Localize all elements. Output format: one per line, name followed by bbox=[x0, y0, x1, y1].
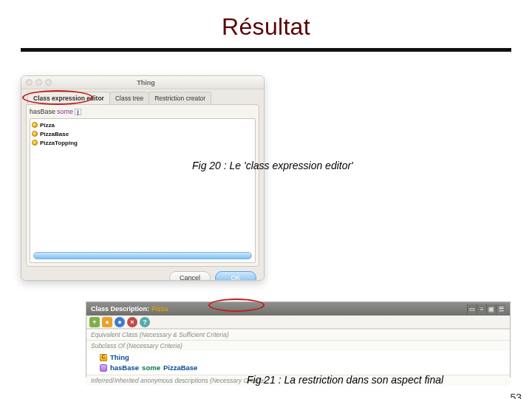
panel-icon[interactable]: ☰ bbox=[496, 304, 505, 314]
panel-icon[interactable]: ▭ bbox=[467, 304, 477, 314]
caret-icon bbox=[75, 109, 81, 115]
expression-input[interactable]: hasBase some bbox=[30, 108, 256, 115]
expression-prefix: hasBase bbox=[30, 108, 55, 115]
class-icon bbox=[32, 131, 38, 137]
dialog-titlebar: Thing bbox=[21, 76, 264, 89]
dialog-buttons: Cancel OK bbox=[21, 267, 264, 281]
section-equivalent: Equivalent Class (Necessary & Sufficient… bbox=[86, 329, 510, 340]
class-description-header: Class Description: Pizza ▭ ≡ ▣ ☰ bbox=[86, 302, 510, 316]
figure-caption-21: Fig 21 : La restriction dans son aspect … bbox=[247, 374, 443, 386]
class-button-icon[interactable]: ● bbox=[102, 317, 112, 327]
cancel-button[interactable]: Cancel bbox=[169, 271, 211, 281]
expression-keyword: some bbox=[57, 108, 73, 115]
class-description-toolbar: + ● ● × ? bbox=[86, 316, 510, 329]
subclass-thing-label: Thing bbox=[110, 353, 129, 361]
slide-title: Résultat bbox=[0, 13, 532, 41]
tab-body: hasBase some Pizza PizzaBase P bbox=[26, 104, 259, 267]
panel-icon[interactable]: ≡ bbox=[477, 304, 486, 314]
close-icon[interactable] bbox=[26, 79, 33, 86]
horizontal-scrollbar[interactable] bbox=[33, 252, 252, 259]
property-button-icon[interactable]: ● bbox=[115, 317, 125, 327]
class-icon bbox=[32, 140, 38, 146]
suggestion-list: Pizza PizzaBase PizzaTopping bbox=[30, 118, 256, 263]
list-item[interactable]: Pizza bbox=[32, 120, 253, 129]
dialog-title: Thing bbox=[55, 79, 237, 86]
list-item-label: PizzaTopping bbox=[40, 140, 78, 146]
list-item-label: Pizza bbox=[40, 122, 55, 129]
tab-class-tree[interactable]: Class tree bbox=[109, 92, 149, 104]
restriction-keyword: some bbox=[142, 364, 160, 372]
restriction-target: PizzaBase bbox=[163, 364, 197, 372]
delete-button-icon[interactable]: × bbox=[127, 317, 137, 327]
subclass-row-thing[interactable]: Thing bbox=[86, 351, 510, 361]
dialog-tabs: Class expression editor Class tree Restr… bbox=[27, 92, 264, 104]
class-icon bbox=[32, 122, 38, 128]
help-button-icon[interactable]: ? bbox=[140, 317, 150, 327]
restriction-property: hasBase bbox=[110, 364, 139, 372]
ok-button[interactable]: OK bbox=[215, 271, 256, 281]
subclass-row-hasbase[interactable]: hasBase some PizzaBase bbox=[86, 361, 510, 375]
add-class-icon[interactable]: + bbox=[89, 317, 100, 327]
header-label: Class Description: bbox=[91, 305, 149, 313]
tab-restriction-creator[interactable]: Restriction creator bbox=[149, 92, 211, 104]
header-icons: ▭ ≡ ▣ ☰ bbox=[467, 304, 505, 314]
list-item[interactable]: PizzaTopping bbox=[32, 138, 253, 147]
class-description-panel: Class Description: Pizza ▭ ≡ ▣ ☰ + ● ● ×… bbox=[86, 301, 511, 378]
class-icon bbox=[100, 354, 107, 361]
minimize-icon[interactable] bbox=[35, 79, 42, 86]
zoom-icon[interactable] bbox=[45, 79, 52, 86]
header-subject: Pizza bbox=[151, 305, 168, 313]
page-number: 53 bbox=[510, 392, 522, 399]
restriction-icon bbox=[100, 364, 107, 372]
section-subclass: Subclass Of (Necessary Criteria) bbox=[86, 340, 510, 351]
title-rule bbox=[21, 48, 511, 52]
tab-class-expression-editor[interactable]: Class expression editor bbox=[27, 92, 110, 104]
class-expression-dialog: Thing Class expression editor Class tree… bbox=[21, 75, 265, 281]
panel-icon[interactable]: ▣ bbox=[486, 304, 496, 314]
list-item[interactable]: PizzaBase bbox=[32, 129, 253, 138]
list-item-label: PizzaBase bbox=[40, 131, 69, 137]
figure-caption-20: Fig 20 : Le 'class expression editor' bbox=[192, 160, 353, 171]
